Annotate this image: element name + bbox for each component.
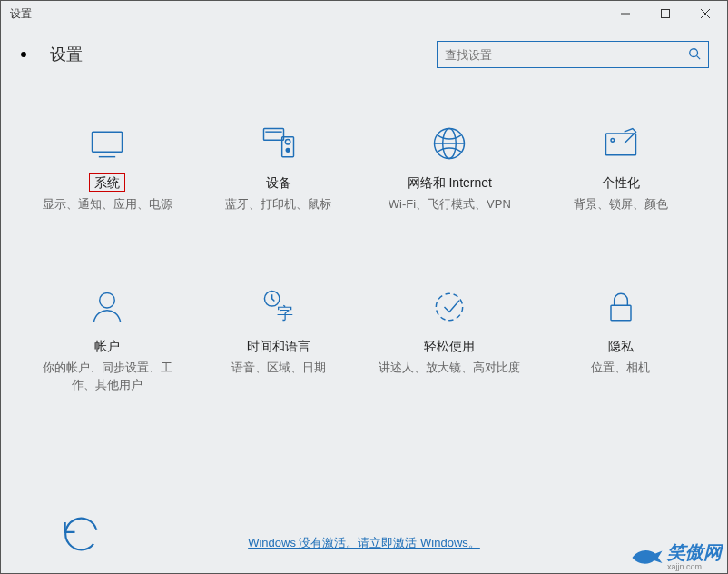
svg-point-5 bbox=[690, 48, 698, 56]
watermark-url: xajjn.com bbox=[667, 562, 722, 571]
tile-ease-of-access[interactable]: 轻松使用 讲述人、放大镜、高对比度 bbox=[369, 286, 531, 394]
lock-icon bbox=[601, 286, 641, 328]
svg-rect-1 bbox=[662, 10, 670, 18]
tile-system[interactable]: 系统 显示、通知、应用、电源 bbox=[26, 123, 189, 213]
tile-desc: Wi-Fi、飞行模式、VPN bbox=[389, 195, 511, 213]
tile-title: 隐私 bbox=[605, 337, 637, 355]
tile-title: 个性化 bbox=[598, 173, 644, 192]
display-icon bbox=[87, 123, 127, 164]
minimize-button[interactable] bbox=[605, 1, 645, 26]
tile-desc: 位置、相机 bbox=[591, 359, 650, 377]
watermark: 笑傲网 xajjn.com bbox=[631, 540, 722, 571]
tile-title: 帐户 bbox=[91, 337, 123, 355]
svg-rect-7 bbox=[93, 132, 123, 152]
search-input[interactable] bbox=[445, 48, 688, 62]
globe-icon bbox=[429, 123, 469, 164]
person-icon bbox=[87, 286, 127, 328]
settings-grid: 系统 显示、通知、应用、电源 设备 蓝牙、打印机、鼠标 网络和 Internet… bbox=[1, 77, 727, 394]
svg-point-12 bbox=[285, 139, 290, 144]
svg-line-6 bbox=[697, 55, 701, 59]
window-title: 设置 bbox=[10, 6, 32, 22]
tile-privacy[interactable]: 隐私 位置、相机 bbox=[540, 286, 703, 394]
tile-title: 时间和语言 bbox=[243, 337, 314, 355]
tile-title: 轻松使用 bbox=[420, 337, 478, 355]
gear-icon bbox=[14, 45, 34, 64]
tile-personalization[interactable]: 个性化 背景、锁屏、颜色 bbox=[540, 123, 703, 213]
tile-desc: 你的帐户、同步设置、工作、其他用户 bbox=[34, 359, 180, 394]
window-titlebar: 设置 bbox=[1, 1, 727, 26]
page-title: 设置 bbox=[50, 44, 83, 65]
activation-notice: Windows 没有激活。请立即激活 Windows。 bbox=[1, 535, 727, 551]
activation-link[interactable]: Windows 没有激活。请立即激活 Windows。 bbox=[248, 536, 480, 549]
svg-point-19 bbox=[100, 292, 115, 308]
tile-network[interactable]: 网络和 Internet Wi-Fi、飞行模式、VPN bbox=[369, 123, 531, 213]
paint-icon bbox=[601, 123, 641, 164]
tile-title: 网络和 Internet bbox=[404, 173, 496, 192]
tile-accounts[interactable]: 帐户 你的帐户、同步设置、工作、其他用户 bbox=[26, 286, 189, 394]
tile-desc: 语音、区域、日期 bbox=[231, 359, 326, 377]
tile-title: 系统 bbox=[89, 173, 125, 192]
tile-desc: 蓝牙、打印机、鼠标 bbox=[225, 195, 331, 213]
svg-point-4 bbox=[21, 52, 26, 57]
time-language-icon: 字 bbox=[259, 286, 299, 328]
search-icon bbox=[688, 47, 701, 63]
search-box[interactable] bbox=[437, 41, 709, 68]
tile-title: 设备 bbox=[262, 173, 295, 192]
tile-desc: 显示、通知、应用、电源 bbox=[43, 195, 172, 213]
svg-text:字: 字 bbox=[277, 304, 293, 322]
svg-rect-23 bbox=[611, 305, 631, 321]
tile-time-language[interactable]: 字 时间和语言 语音、区域、日期 bbox=[198, 286, 360, 394]
svg-point-13 bbox=[286, 149, 290, 153]
maximize-button[interactable] bbox=[645, 1, 685, 26]
ease-of-access-icon bbox=[429, 286, 469, 328]
watermark-brand: 笑傲网 bbox=[667, 542, 722, 562]
tile-desc: 讲述人、放大镜、高对比度 bbox=[379, 359, 520, 377]
devices-icon bbox=[259, 123, 299, 164]
svg-rect-9 bbox=[263, 129, 283, 141]
header: 设置 bbox=[1, 26, 727, 77]
tile-devices[interactable]: 设备 蓝牙、打印机、鼠标 bbox=[198, 123, 360, 213]
tile-desc: 背景、锁屏、颜色 bbox=[574, 195, 668, 213]
close-button[interactable] bbox=[685, 1, 725, 26]
svg-point-18 bbox=[611, 139, 615, 143]
shark-icon bbox=[631, 543, 664, 569]
svg-point-22 bbox=[437, 293, 463, 320]
